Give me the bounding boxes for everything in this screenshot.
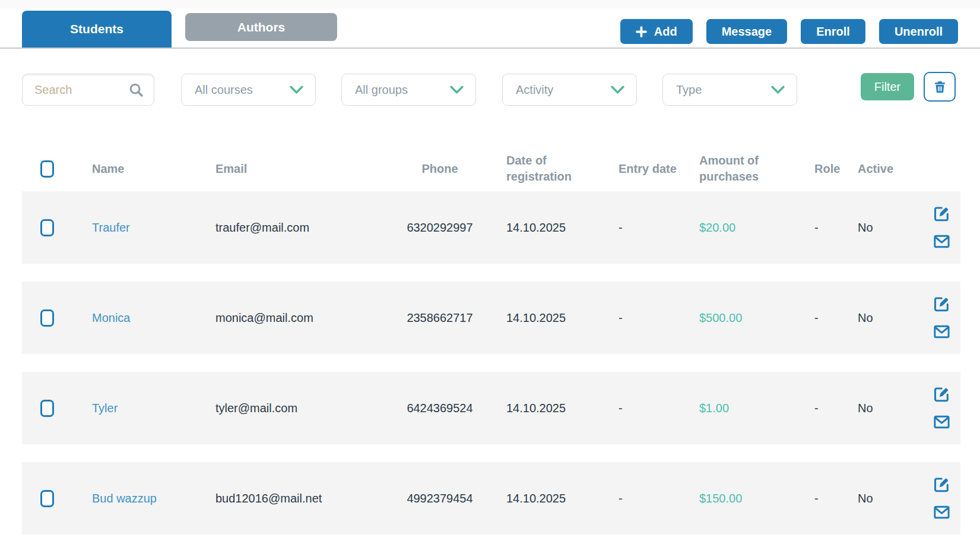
chevron-down-icon bbox=[771, 86, 785, 94]
edit-icon[interactable] bbox=[933, 475, 951, 494]
table-header: Name Email Phone Date of registration En… bbox=[22, 150, 960, 188]
top-strip bbox=[0, 0, 980, 8]
type-dropdown[interactable]: Type bbox=[662, 74, 797, 106]
toolbar: Add Message Enroll Unenroll bbox=[620, 19, 958, 44]
header-active: Active bbox=[851, 161, 896, 177]
add-button-label: Add bbox=[654, 25, 677, 39]
plus-icon bbox=[636, 26, 647, 37]
header-name: Name bbox=[72, 161, 196, 177]
student-role: - bbox=[807, 221, 851, 235]
groups-dropdown[interactable]: All groups bbox=[341, 74, 476, 106]
table-body: Traufer traufer@mail.com 6320292997 14.1… bbox=[22, 191, 960, 535]
header-entry-date: Entry date bbox=[611, 161, 692, 177]
mail-icon[interactable] bbox=[933, 323, 951, 341]
mail-icon[interactable] bbox=[933, 503, 951, 521]
message-button[interactable]: Message bbox=[706, 19, 788, 44]
tab-students[interactable]: Students bbox=[22, 11, 172, 48]
row-checkbox[interactable] bbox=[40, 219, 54, 236]
student-email: tyler@mail.com bbox=[196, 402, 380, 415]
enroll-button[interactable]: Enroll bbox=[801, 19, 865, 44]
student-amount-of-purchases: $500.00 bbox=[692, 311, 807, 325]
student-role: - bbox=[807, 311, 851, 325]
student-phone: 6320292997 bbox=[380, 221, 499, 235]
add-button[interactable]: Add bbox=[620, 19, 693, 44]
row-checkbox[interactable] bbox=[40, 309, 54, 327]
header-date-of-registration: Date of registration bbox=[499, 153, 611, 185]
mail-icon[interactable] bbox=[933, 232, 951, 251]
search-input[interactable] bbox=[23, 83, 128, 97]
student-name-link[interactable]: Traufer bbox=[72, 221, 196, 235]
student-name-link[interactable]: Bud wazzup bbox=[72, 492, 196, 505]
header-phone: Phone bbox=[380, 161, 499, 177]
trash-icon bbox=[933, 80, 947, 94]
chevron-down-icon bbox=[290, 86, 303, 94]
courses-dropdown-value: All courses bbox=[195, 83, 253, 97]
student-role: - bbox=[807, 402, 851, 415]
student-name-link[interactable]: Tyler bbox=[72, 402, 196, 415]
student-phone: 6424369524 bbox=[380, 402, 499, 415]
edit-icon[interactable] bbox=[933, 295, 951, 313]
tab-divider bbox=[0, 48, 980, 49]
student-entry-date: - bbox=[611, 221, 692, 235]
header-role: Role bbox=[807, 161, 851, 177]
student-role: - bbox=[807, 492, 851, 505]
student-date-of-registration: 14.10.2025 bbox=[499, 492, 611, 505]
groups-dropdown-value: All groups bbox=[355, 83, 408, 97]
delete-button[interactable] bbox=[924, 72, 956, 102]
student-active: No bbox=[851, 311, 896, 325]
edit-icon[interactable] bbox=[933, 204, 951, 223]
courses-dropdown[interactable]: All courses bbox=[181, 74, 316, 106]
student-entry-date: - bbox=[611, 492, 692, 505]
header-email: Email bbox=[196, 161, 380, 177]
student-email: bud12016@mail.net bbox=[196, 492, 380, 505]
student-phone: 4992379454 bbox=[380, 492, 499, 505]
student-active: No bbox=[851, 221, 896, 235]
activity-dropdown-value: Activity bbox=[516, 83, 553, 97]
table-row: Traufer traufer@mail.com 6320292997 14.1… bbox=[22, 191, 960, 264]
activity-dropdown[interactable]: Activity bbox=[502, 74, 637, 106]
student-amount-of-purchases: $150.00 bbox=[692, 492, 807, 505]
student-date-of-registration: 14.10.2025 bbox=[499, 221, 611, 235]
student-active: No bbox=[851, 402, 896, 415]
student-entry-date: - bbox=[611, 311, 692, 325]
student-date-of-registration: 14.10.2025 bbox=[499, 402, 611, 415]
edit-icon[interactable] bbox=[933, 385, 951, 403]
mail-icon[interactable] bbox=[933, 413, 951, 431]
chevron-down-icon bbox=[611, 86, 624, 94]
search-box bbox=[22, 74, 154, 106]
student-email: traufer@mail.com bbox=[196, 221, 380, 235]
student-email: monica@mail.com bbox=[196, 311, 380, 325]
unenroll-button[interactable]: Unenroll bbox=[879, 19, 958, 44]
chevron-down-icon bbox=[450, 86, 464, 94]
table-row: Tyler tyler@mail.com 6424369524 14.10.20… bbox=[22, 372, 960, 444]
table-row: Bud wazzup bud12016@mail.net 4992379454 … bbox=[22, 462, 960, 535]
student-active: No bbox=[851, 492, 896, 505]
search-icon[interactable] bbox=[128, 82, 144, 98]
type-dropdown-value: Type bbox=[676, 83, 702, 97]
row-checkbox[interactable] bbox=[40, 490, 54, 507]
header-amount-of-purchases: Amount of purchases bbox=[692, 153, 807, 185]
student-amount-of-purchases: $1.00 bbox=[692, 402, 807, 415]
filter-button[interactable]: Filter bbox=[861, 73, 914, 100]
student-date-of-registration: 14.10.2025 bbox=[499, 311, 611, 325]
table-row: Monica monica@mail.com 2358662717 14.10.… bbox=[22, 282, 960, 354]
student-name-link[interactable]: Monica bbox=[72, 311, 196, 325]
row-checkbox[interactable] bbox=[40, 400, 54, 417]
select-all-checkbox[interactable] bbox=[40, 160, 54, 178]
student-phone: 2358662717 bbox=[380, 311, 499, 325]
student-amount-of-purchases: $20.00 bbox=[692, 221, 807, 235]
tab-authors[interactable]: Authors bbox=[185, 13, 337, 41]
student-entry-date: - bbox=[611, 402, 692, 415]
